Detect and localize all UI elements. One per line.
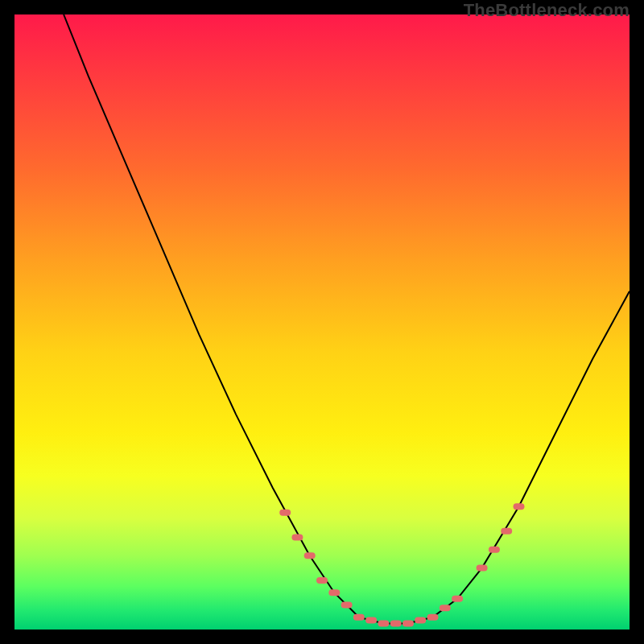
marker-dot xyxy=(415,617,426,624)
marker-dot xyxy=(402,620,414,626)
marker-dot xyxy=(365,617,377,624)
marker-dot xyxy=(514,503,525,510)
marker-dot xyxy=(291,534,303,540)
marker-dot xyxy=(452,596,463,602)
chart-plot-area xyxy=(14,14,630,630)
watermark-text: TheBottleneck.com xyxy=(464,0,630,21)
marker-dot xyxy=(489,547,500,553)
chart-svg xyxy=(14,14,630,630)
marker-dot xyxy=(440,605,451,611)
marker-dot xyxy=(304,552,316,559)
marker-dot xyxy=(501,528,512,535)
marker-dot xyxy=(378,620,389,626)
marker-dot xyxy=(477,565,488,572)
marker-dot xyxy=(328,589,340,596)
marker-dot xyxy=(279,510,291,516)
marker-dot xyxy=(341,601,353,608)
marker-dot xyxy=(390,620,402,626)
marker-dot xyxy=(427,614,439,621)
marker-dot xyxy=(353,614,365,621)
marker-dot xyxy=(316,577,328,584)
curve-line xyxy=(64,14,630,623)
chart-outer-frame: TheBottleneck.com xyxy=(0,0,644,644)
